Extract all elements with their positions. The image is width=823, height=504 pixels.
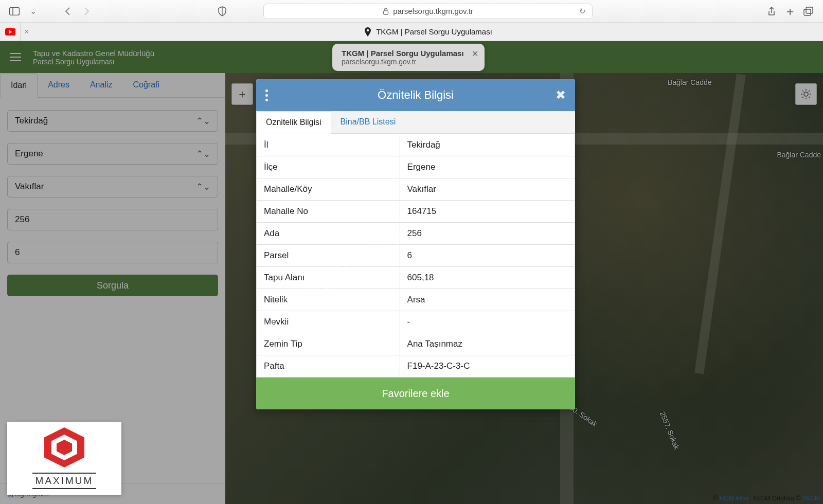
table-row: İlçeErgene — [257, 156, 575, 178]
browser-toolbar: ⌄ parselsorgu.tkgm.gov.tr ↻ ＋ — [0, 0, 823, 23]
input-parsel[interactable]: 6 — [7, 242, 218, 263]
table-row: Mahalle No164715 — [257, 201, 575, 223]
attr-key: Tapu Alanı — [257, 267, 400, 289]
map-settings-button[interactable] — [795, 83, 817, 105]
table-row: İlTekirdağ — [257, 134, 575, 156]
attr-value: 164715 — [400, 201, 575, 223]
reload-icon[interactable]: ↻ — [579, 7, 586, 16]
table-row: NitelikArsa — [257, 289, 575, 311]
tab-title: TKGM | Parsel Sorgu Uygulaması — [376, 27, 492, 36]
svg-point-6 — [804, 92, 808, 96]
svg-rect-4 — [806, 7, 813, 13]
query-button[interactable]: Sorgula — [7, 275, 218, 296]
attr-value: 605,18 — [400, 267, 575, 289]
pinned-tab-youtube[interactable] — [0, 23, 21, 41]
svg-line-14 — [802, 97, 803, 98]
table-row: Parsel6 — [257, 245, 575, 267]
maximum-logo-icon — [44, 427, 84, 467]
menu-icon[interactable] — [5, 47, 26, 67]
close-pinned-tab[interactable]: × — [21, 23, 33, 41]
attr-key: Ada — [257, 223, 400, 245]
logo-card: MAXIMUM — [7, 422, 121, 495]
modal-header: Öznitelik Bilgisi ✖ — [256, 79, 575, 111]
tooltip-title: TKGM | Parsel Sorgu Uygulaması — [342, 49, 464, 58]
attr-value: Ergene — [400, 156, 575, 178]
modal-title: Öznitelik Bilgisi — [378, 88, 454, 102]
table-row: Mevkii- — [257, 311, 575, 333]
header-org: Tapu ve Kadastro Genel Müdürlüğü — [33, 49, 154, 58]
attr-value: Arsa — [400, 289, 575, 311]
input-ada[interactable]: 256 — [7, 209, 218, 230]
shield-icon[interactable] — [215, 4, 229, 19]
svg-rect-3 — [804, 9, 811, 15]
share-icon[interactable] — [764, 4, 779, 19]
table-row: Tapu Alanı605,18 — [257, 267, 575, 289]
attr-key: Mevkii — [257, 311, 400, 333]
tabs-icon[interactable] — [801, 4, 816, 19]
table-row: Zemin TipAna Taşınmaz — [257, 333, 575, 355]
zoom-in-button[interactable]: ＋ — [231, 83, 253, 105]
map-canvas[interactable]: Bağlar Cadde Bağlar Cadde 2560. Sokak 25… — [225, 73, 823, 504]
street-label: Bağlar Cadde — [668, 78, 712, 86]
svg-rect-2 — [384, 11, 388, 14]
table-row: Mahalle/KöyVakıflar — [257, 178, 575, 201]
tab-strip: × TKGM | Parsel Sorgu Uygulaması — [0, 23, 823, 41]
attr-value: F19-A-23-C-3-C — [400, 355, 575, 377]
svg-line-13 — [809, 91, 810, 92]
map-attribution: © HGM Atlas, TKGM Ortofoto © TKGM — [713, 495, 820, 502]
street-label: Bağlar Cadde — [777, 151, 821, 159]
svg-line-11 — [802, 91, 803, 92]
svg-rect-0 — [10, 7, 20, 15]
attr-value: Ana Taşınmaz — [400, 333, 575, 355]
address-bar[interactable]: parselsorgu.tkgm.gov.tr ↻ — [263, 4, 593, 19]
sidebar-tabs: İdari Adres Analiz Coğrafi — [0, 73, 225, 98]
attrib-link-tkgm[interactable]: TKGM — [802, 495, 820, 502]
attr-key: Mahalle/Köy — [257, 178, 400, 201]
sidebar-toggle-icon[interactable] — [7, 4, 22, 19]
attr-key: İl — [257, 134, 400, 156]
active-tab[interactable]: TKGM | Parsel Sorgu Uygulaması — [33, 23, 823, 41]
caret-icon: ⌃⌄ — [196, 116, 210, 127]
caret-icon: ⌃⌄ — [196, 182, 210, 192]
attr-key: Pafta — [257, 355, 400, 377]
tab-idari[interactable]: İdari — [0, 73, 38, 98]
attr-key: Nitelik — [257, 289, 400, 311]
kebab-menu-icon[interactable] — [265, 89, 268, 101]
header-app: Parsel Sorgu Uygulaması — [33, 58, 154, 66]
tooltip-url: parselsorgu.tkgm.gov.tr — [342, 58, 464, 66]
select-mahalle[interactable]: Vakıflar⌃⌄ — [7, 176, 218, 197]
modal-tab-attrib[interactable]: Öznitelik Bilgisi — [256, 111, 331, 134]
attr-value: Tekirdağ — [400, 134, 575, 156]
close-icon[interactable]: ✖ — [556, 88, 566, 102]
modal-tab-bina[interactable]: Bina/BB Listesi — [331, 111, 405, 133]
attrib-link-hgm[interactable]: HGM Atlas — [720, 495, 749, 502]
add-favorite-button[interactable]: Favorilere ekle — [256, 377, 575, 409]
back-button[interactable] — [61, 4, 75, 19]
select-il[interactable]: Tekirdağ⌃⌄ — [7, 110, 218, 132]
close-icon[interactable]: ✕ — [472, 49, 478, 59]
chevron-down-icon[interactable]: ⌄ — [26, 4, 40, 19]
tab-adres[interactable]: Adres — [38, 73, 80, 97]
logo-text: MAXIMUM — [32, 473, 97, 489]
attr-value: 256 — [400, 223, 575, 245]
table-row: Ada256 — [257, 223, 575, 245]
attribute-modal: Öznitelik Bilgisi ✖ Öznitelik Bilgisi Bi… — [256, 79, 575, 409]
tab-analiz[interactable]: Analiz — [80, 73, 123, 97]
forward-button[interactable] — [79, 4, 94, 19]
tab-cografi[interactable]: Coğrafi — [123, 73, 170, 97]
attr-key: Mahalle No — [257, 201, 400, 223]
select-ilce[interactable]: Ergene⌃⌄ — [7, 143, 218, 165]
modal-tabs: Öznitelik Bilgisi Bina/BB Listesi — [256, 111, 575, 134]
attr-value: 6 — [400, 245, 575, 267]
attr-value: Vakıflar — [400, 178, 575, 201]
table-row: PaftaF19-A-23-C-3-C — [257, 355, 575, 377]
new-tab-icon[interactable]: ＋ — [783, 4, 797, 19]
tab-hover-tooltip: TKGM | Parsel Sorgu Uygulaması parselsor… — [332, 44, 485, 71]
svg-line-12 — [809, 97, 810, 98]
attr-value: - — [400, 311, 575, 333]
map-pin-icon — [364, 27, 372, 37]
attribute-table: İlTekirdağİlçeErgeneMahalle/KöyVakıflarM… — [256, 134, 575, 377]
youtube-icon — [5, 28, 15, 35]
caret-icon: ⌃⌄ — [196, 149, 210, 159]
attr-key: Zemin Tip — [257, 333, 400, 355]
